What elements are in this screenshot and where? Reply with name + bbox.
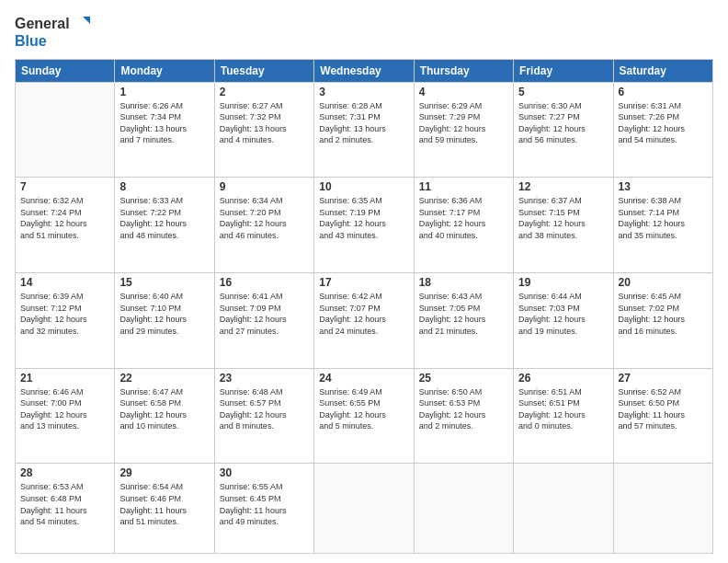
calendar-cell: 6Sunrise: 6:31 AMSunset: 7:26 PMDaylight… (613, 82, 712, 178)
calendar-cell: 1Sunrise: 6:26 AMSunset: 7:34 PMDaylight… (115, 82, 214, 178)
weekday-saturday: Saturday (613, 59, 712, 82)
day-info: Sunrise: 6:46 AMSunset: 7:00 PMDaylight:… (20, 386, 109, 432)
day-info: Sunrise: 6:34 AMSunset: 7:20 PMDaylight:… (220, 195, 309, 241)
day-info: Sunrise: 6:26 AMSunset: 7:34 PMDaylight:… (119, 100, 209, 146)
calendar-cell (514, 464, 613, 554)
day-info: Sunrise: 6:52 AMSunset: 6:50 PMDaylight:… (619, 386, 708, 432)
day-info: Sunrise: 6:50 AMSunset: 6:53 PMDaylight:… (419, 386, 508, 432)
calendar-cell: 21Sunrise: 6:46 AMSunset: 7:00 PMDayligh… (16, 368, 115, 464)
calendar-row-4: 21Sunrise: 6:46 AMSunset: 7:00 PMDayligh… (16, 368, 713, 464)
day-number: 7 (20, 180, 109, 193)
weekday-thursday: Thursday (414, 59, 513, 82)
day-info: Sunrise: 6:53 AMSunset: 6:48 PMDaylight:… (20, 481, 109, 527)
calendar-cell: 11Sunrise: 6:36 AMSunset: 7:17 PMDayligh… (414, 178, 513, 273)
day-info: Sunrise: 6:54 AMSunset: 6:46 PMDaylight:… (119, 481, 209, 527)
calendar-cell: 17Sunrise: 6:42 AMSunset: 7:07 PMDayligh… (314, 273, 414, 369)
day-info: Sunrise: 6:41 AMSunset: 7:09 PMDaylight:… (220, 291, 309, 337)
calendar-cell: 15Sunrise: 6:40 AMSunset: 7:10 PMDayligh… (115, 273, 214, 369)
day-number: 27 (619, 372, 708, 385)
day-number: 19 (518, 276, 608, 289)
day-info: Sunrise: 6:31 AMSunset: 7:26 PMDaylight:… (619, 100, 708, 146)
calendar-cell: 16Sunrise: 6:41 AMSunset: 7:09 PMDayligh… (214, 273, 313, 369)
day-number: 24 (319, 372, 408, 385)
calendar-cell: 8Sunrise: 6:33 AMSunset: 7:22 PMDaylight… (115, 178, 214, 273)
day-number: 21 (20, 372, 109, 385)
calendar-cell: 4Sunrise: 6:29 AMSunset: 7:29 PMDaylight… (414, 82, 513, 178)
calendar-cell (613, 464, 712, 554)
logo-general: General (15, 16, 70, 32)
day-info: Sunrise: 6:55 AMSunset: 6:45 PMDaylight:… (220, 481, 309, 527)
day-info: Sunrise: 6:47 AMSunset: 6:58 PMDaylight:… (119, 386, 209, 432)
day-info: Sunrise: 6:49 AMSunset: 6:55 PMDaylight:… (319, 386, 408, 432)
day-number: 3 (319, 86, 408, 98)
day-number: 14 (20, 276, 109, 289)
calendar-cell: 29Sunrise: 6:54 AMSunset: 6:46 PMDayligh… (115, 464, 214, 554)
calendar-cell: 10Sunrise: 6:35 AMSunset: 7:19 PMDayligh… (314, 178, 414, 273)
calendar-row-3: 14Sunrise: 6:39 AMSunset: 7:12 PMDayligh… (16, 273, 713, 369)
day-info: Sunrise: 6:48 AMSunset: 6:57 PMDaylight:… (220, 386, 309, 432)
day-number: 9 (220, 180, 309, 193)
day-number: 23 (220, 372, 309, 385)
calendar-cell: 20Sunrise: 6:45 AMSunset: 7:02 PMDayligh… (613, 273, 712, 369)
weekday-tuesday: Tuesday (214, 59, 313, 82)
day-number: 4 (419, 86, 508, 98)
day-number: 16 (220, 276, 309, 289)
page-header: General Blue (15, 15, 713, 50)
svg-marker-0 (83, 17, 90, 24)
calendar-cell: 12Sunrise: 6:37 AMSunset: 7:15 PMDayligh… (514, 178, 613, 273)
day-info: Sunrise: 6:42 AMSunset: 7:07 PMDaylight:… (319, 291, 408, 337)
calendar-cell: 18Sunrise: 6:43 AMSunset: 7:05 PMDayligh… (414, 273, 513, 369)
day-info: Sunrise: 6:32 AMSunset: 7:24 PMDaylight:… (20, 195, 109, 241)
calendar-cell: 3Sunrise: 6:28 AMSunset: 7:31 PMDaylight… (314, 82, 414, 178)
day-number: 18 (419, 276, 508, 289)
day-number: 13 (619, 180, 708, 193)
calendar-row-2: 7Sunrise: 6:32 AMSunset: 7:24 PMDaylight… (16, 178, 713, 273)
day-number: 6 (619, 86, 708, 98)
day-number: 12 (518, 180, 608, 193)
day-info: Sunrise: 6:38 AMSunset: 7:14 PMDaylight:… (619, 195, 708, 241)
weekday-sunday: Sunday (16, 59, 115, 82)
calendar-cell: 30Sunrise: 6:55 AMSunset: 6:45 PMDayligh… (214, 464, 313, 554)
day-number: 22 (119, 372, 209, 385)
day-info: Sunrise: 6:27 AMSunset: 7:32 PMDaylight:… (220, 100, 309, 146)
day-info: Sunrise: 6:37 AMSunset: 7:15 PMDaylight:… (518, 195, 608, 241)
calendar-cell (314, 464, 414, 554)
day-info: Sunrise: 6:30 AMSunset: 7:27 PMDaylight:… (518, 100, 608, 146)
day-info: Sunrise: 6:43 AMSunset: 7:05 PMDaylight:… (419, 291, 508, 337)
day-info: Sunrise: 6:28 AMSunset: 7:31 PMDaylight:… (319, 100, 408, 146)
calendar-cell: 28Sunrise: 6:53 AMSunset: 6:48 PMDayligh… (16, 464, 115, 554)
day-number: 11 (419, 180, 508, 193)
day-number: 20 (619, 276, 708, 289)
day-info: Sunrise: 6:44 AMSunset: 7:03 PMDaylight:… (518, 291, 608, 337)
calendar-cell: 2Sunrise: 6:27 AMSunset: 7:32 PMDaylight… (214, 82, 313, 178)
day-number: 30 (220, 466, 309, 479)
calendar-cell: 27Sunrise: 6:52 AMSunset: 6:50 PMDayligh… (613, 368, 712, 464)
weekday-monday: Monday (115, 59, 214, 82)
calendar-row-5: 28Sunrise: 6:53 AMSunset: 6:48 PMDayligh… (16, 464, 713, 554)
calendar-cell: 7Sunrise: 6:32 AMSunset: 7:24 PMDaylight… (16, 178, 115, 273)
calendar-cell (414, 464, 513, 554)
calendar-cell: 9Sunrise: 6:34 AMSunset: 7:20 PMDaylight… (214, 178, 313, 273)
day-info: Sunrise: 6:45 AMSunset: 7:02 PMDaylight:… (619, 291, 708, 337)
calendar-cell: 24Sunrise: 6:49 AMSunset: 6:55 PMDayligh… (314, 368, 414, 464)
logo-blue: Blue (15, 33, 47, 50)
day-info: Sunrise: 6:29 AMSunset: 7:29 PMDaylight:… (419, 100, 508, 146)
calendar-cell: 13Sunrise: 6:38 AMSunset: 7:14 PMDayligh… (613, 178, 712, 273)
day-number: 1 (119, 86, 209, 98)
calendar-cell: 5Sunrise: 6:30 AMSunset: 7:27 PMDaylight… (514, 82, 613, 178)
calendar-cell: 19Sunrise: 6:44 AMSunset: 7:03 PMDayligh… (514, 273, 613, 369)
day-info: Sunrise: 6:51 AMSunset: 6:51 PMDaylight:… (518, 386, 608, 432)
calendar-cell: 26Sunrise: 6:51 AMSunset: 6:51 PMDayligh… (514, 368, 613, 464)
weekday-header-row: SundayMondayTuesdayWednesdayThursdayFrid… (16, 59, 713, 82)
calendar-cell (16, 82, 115, 178)
day-number: 29 (119, 466, 209, 479)
day-info: Sunrise: 6:33 AMSunset: 7:22 PMDaylight:… (119, 195, 209, 241)
day-info: Sunrise: 6:35 AMSunset: 7:19 PMDaylight:… (319, 195, 408, 241)
weekday-friday: Friday (514, 59, 613, 82)
logo: General Blue (15, 15, 90, 50)
day-number: 8 (119, 180, 209, 193)
logo-bird-icon (72, 15, 90, 33)
day-number: 17 (319, 276, 408, 289)
day-number: 15 (119, 276, 209, 289)
day-number: 25 (419, 372, 508, 385)
